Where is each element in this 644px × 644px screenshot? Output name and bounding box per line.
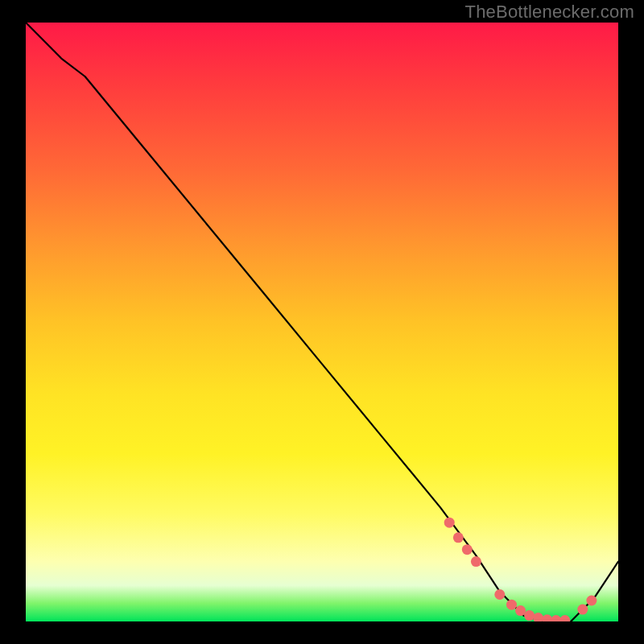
highlight-dot (506, 600, 517, 610)
highlight-dot (471, 556, 481, 567)
highlight-dot (577, 605, 588, 615)
highlight-dot (551, 615, 561, 621)
highlight-dot (444, 518, 455, 528)
highlight-dot (462, 544, 473, 555)
watermark-text: TheBottlenecker.com (465, 2, 634, 23)
chart-svg (26, 23, 618, 621)
highlight-dot (494, 589, 505, 600)
bottleneck-curve-line (26, 23, 618, 621)
highlight-markers (444, 518, 597, 621)
highlight-dot (453, 532, 464, 543)
highlight-dot (524, 610, 535, 621)
highlight-dot (533, 613, 543, 621)
chart-frame: TheBottlenecker.com (0, 0, 644, 644)
highlight-dot (515, 605, 526, 616)
highlight-dot (559, 615, 570, 621)
highlight-dot (586, 596, 597, 606)
